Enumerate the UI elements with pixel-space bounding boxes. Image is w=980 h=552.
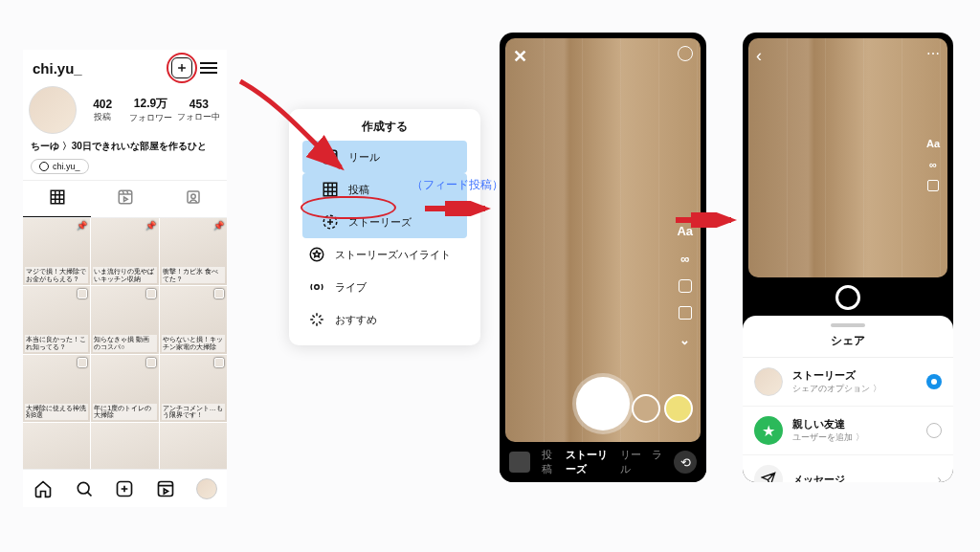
create-option-highlight[interactable]: ストーリーズハイライト — [289, 238, 480, 271]
share-option-message[interactable]: メッセージ› — [743, 455, 953, 482]
posts-grid: マジで損！大掃除でお金がもらえる？📌いま流行りの兎やばいキッチン収納📌衝撃！カビ… — [23, 218, 227, 490]
svg-point-4 — [78, 482, 89, 494]
post-thumbnail[interactable]: 本当に良かった！これ知ってる？ — [23, 286, 90, 353]
share-option-subtitle: シェアのオプション 〉 — [792, 383, 881, 395]
post-thumbnail[interactable]: 知らなきゃ損 動画のコスパ○ — [91, 286, 158, 353]
post-thumbnail[interactable]: マジで損！大掃除でお金がもらえる？📌 — [23, 218, 90, 285]
avatar[interactable] — [29, 86, 77, 134]
stat-followers[interactable]: 12.9万 フォロワー — [128, 96, 172, 124]
post-caption: 本当に良かった！これ知ってる？ — [25, 335, 88, 351]
create-option-sparkle[interactable]: おすすめ — [289, 303, 480, 336]
menu-icon[interactable] — [200, 62, 217, 74]
create-option-label: ストーリーズハイライト — [335, 248, 451, 262]
create-sheet: 作成する リール投稿ストーリーズストーリーズハイライトライブおすすめ — [289, 109, 480, 345]
nav-search-icon[interactable] — [74, 478, 95, 499]
reel-badge-icon — [146, 358, 156, 367]
create-option-label: ライブ — [335, 280, 367, 295]
story-preview[interactable] — [748, 38, 947, 277]
mode-reel[interactable]: リール — [620, 448, 644, 476]
pin-icon: 📌 — [77, 221, 87, 231]
svg-rect-0 — [51, 190, 64, 204]
radio-selected-icon[interactable] — [926, 374, 942, 389]
tab-reels[interactable] — [91, 181, 159, 217]
stat-posts[interactable]: 402 投稿 — [80, 98, 124, 123]
story-camera-screen: ✕ Aa ∞ ⌄ 投稿 ストーリーズ リール ラ ⟲ — [500, 33, 706, 482]
nav-home-icon[interactable] — [33, 478, 54, 499]
stat-following[interactable]: 453 フォロー中 — [177, 98, 221, 123]
mode-live[interactable]: ラ — [652, 448, 662, 476]
boomerang-icon[interactable]: ∞ — [680, 252, 689, 266]
post-thumbnail[interactable]: 衝撃！カビ氷 食べてた？📌 — [160, 218, 227, 285]
reel-badge-icon — [214, 358, 224, 367]
post-caption: 知らなきゃ損 動画のコスパ○ — [93, 335, 156, 351]
create-option-label: リール — [348, 150, 380, 165]
posts-label: 投稿 — [80, 111, 124, 123]
profile-screen: chi.yu_ ＋ 402 投稿 12.9万 フォロワー 453 フォロー中 ち… — [23, 50, 227, 507]
tab-tagged[interactable] — [159, 181, 227, 217]
effect-thumb-1[interactable] — [632, 394, 660, 423]
bottom-nav — [23, 469, 227, 507]
share-option-close[interactable]: ★親しい友達ユーザーを追加 〉 — [743, 407, 953, 455]
svg-rect-2 — [188, 191, 199, 203]
layout-icon[interactable] — [679, 306, 692, 320]
story-share-screen: ‹ ⋯ Aa ∞ シェア ストーリーズシェアのオプション 〉★親しい友達ユーザー… — [743, 33, 953, 482]
text-tool-icon[interactable]: Aa — [926, 138, 940, 149]
bio: ちーゆ 〉30日できれいな部屋を作るひと — [23, 140, 227, 153]
following-label: フォロー中 — [177, 111, 221, 123]
mode-post[interactable]: 投稿 — [542, 448, 558, 476]
post-thumbnail[interactable]: アンチコメント…もう限界です！ — [160, 355, 227, 422]
flash-icon[interactable]: ✕ — [513, 46, 527, 67]
nav-profile-avatar[interactable] — [196, 478, 217, 499]
share-option-stories[interactable]: ストーリーズシェアのオプション 〉 — [743, 358, 953, 407]
shutter-button[interactable] — [576, 377, 630, 431]
post-caption: いま流行りの兎やばいキッチン収納 — [93, 267, 156, 283]
svg-point-11 — [315, 285, 320, 290]
tagged-icon — [185, 188, 202, 206]
post-caption: マジで損！大掃除でお金がもらえる？ — [25, 267, 88, 283]
share-option-title: 親しい友達 — [792, 417, 864, 431]
highlight-icon — [308, 246, 325, 263]
nav-reels-icon[interactable] — [155, 478, 176, 499]
create-post-button[interactable]: ＋ — [171, 57, 192, 78]
chevron-down-icon[interactable]: ⌄ — [679, 333, 690, 347]
sticker-icon[interactable] — [927, 180, 939, 191]
camera-bottom-bar: 投稿 ストーリーズ リール ラ ⟲ — [500, 442, 706, 482]
nav-create-icon[interactable] — [114, 478, 135, 499]
more-icon[interactable]: ⋯ — [926, 46, 940, 66]
post-caption: やらないと損！キッチン家電の大掃除 — [162, 335, 225, 351]
sticker-icon[interactable] — [679, 279, 692, 293]
boomerang-icon[interactable]: ∞ — [929, 159, 937, 170]
svg-rect-8 — [323, 183, 337, 196]
following-count: 453 — [177, 98, 221, 111]
effect-thumb-2[interactable] — [664, 394, 693, 423]
mode-story[interactable]: ストーリーズ — [566, 448, 613, 476]
shutter-mini[interactable] — [835, 285, 860, 310]
story-tool-rail: Aa ∞ ⌄ — [677, 224, 693, 347]
post-thumbnail[interactable]: 大掃除に使える神洗剤8選 — [23, 355, 90, 422]
svg-rect-1 — [119, 190, 132, 204]
tab-grid[interactable] — [23, 181, 91, 217]
switch-camera-icon[interactable]: ⟲ — [674, 451, 697, 474]
post-thumbnail[interactable]: 年に1度のトイレの大掃除 — [91, 355, 158, 422]
back-icon[interactable]: ‹ — [756, 46, 762, 66]
sparkle-icon — [308, 311, 325, 328]
svg-rect-6 — [159, 481, 173, 496]
radio-unselected-icon[interactable] — [926, 423, 942, 438]
sheet-handle[interactable] — [831, 323, 865, 327]
threads-chip[interactable]: chi.yu_ — [31, 159, 89, 174]
camera-modes: 投稿 ストーリーズ リール ラ — [542, 448, 662, 476]
post-thumbnail[interactable]: やらないと損！キッチン家電の大掃除 — [160, 286, 227, 353]
profile-stats: 402 投稿 12.9万 フォロワー 453 フォロー中 — [23, 82, 227, 140]
post-thumbnail[interactable]: いま流行りの兎やばいキッチン収納📌 — [91, 218, 158, 285]
text-tool-icon[interactable]: Aa — [677, 224, 693, 238]
posts-count: 402 — [80, 98, 124, 111]
username[interactable]: chi.yu_ — [33, 60, 164, 77]
reels-icon — [117, 188, 134, 206]
gallery-button[interactable] — [509, 452, 530, 473]
create-option-reel[interactable]: リール — [302, 141, 467, 173]
create-option-live[interactable]: ライブ — [289, 271, 480, 303]
preview-strip — [748, 279, 947, 316]
followers-count: 12.9万 — [128, 96, 172, 112]
settings-icon[interactable] — [678, 46, 693, 61]
live-icon — [308, 278, 325, 296]
